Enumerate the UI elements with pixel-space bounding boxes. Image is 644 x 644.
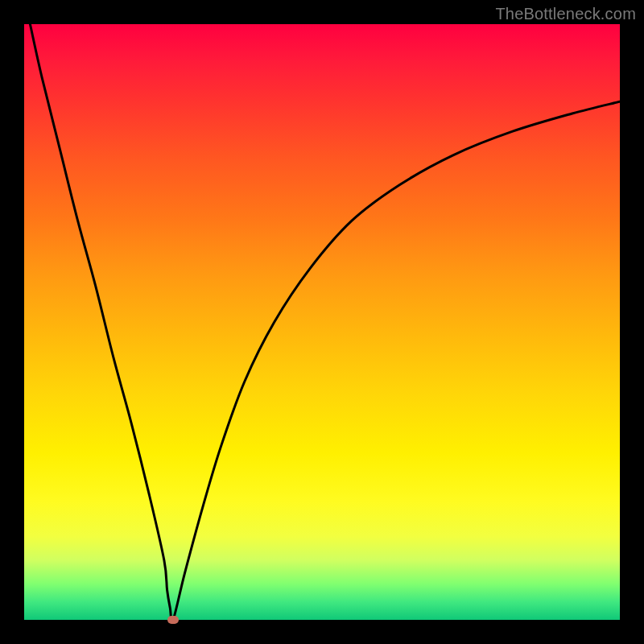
minimum-marker xyxy=(167,616,179,624)
chart-frame: TheBottleneck.com xyxy=(0,0,644,644)
chart-plot-area xyxy=(24,24,620,620)
watermark-text: TheBottleneck.com xyxy=(495,5,636,23)
bottleneck-curve xyxy=(24,24,620,620)
